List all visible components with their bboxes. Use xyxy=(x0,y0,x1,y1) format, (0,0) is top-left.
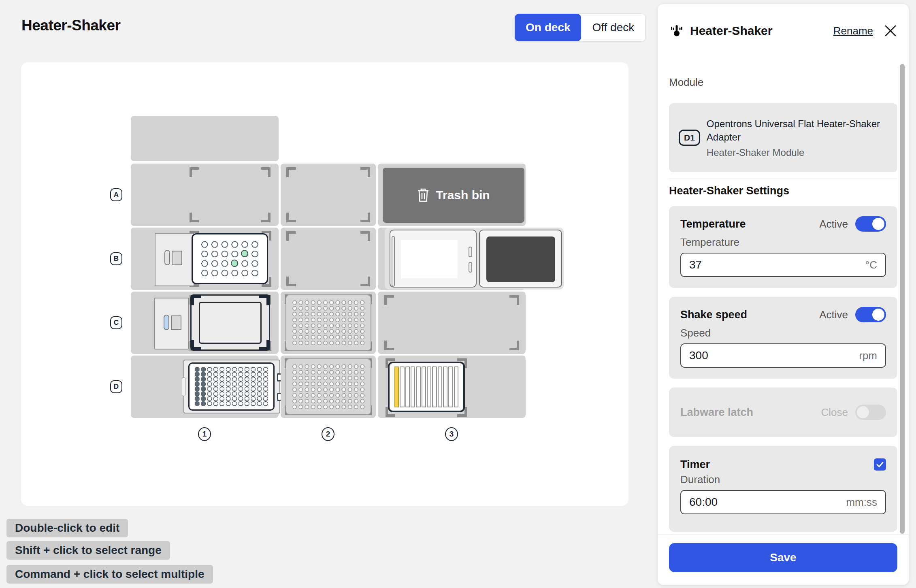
labware-24-well-plate-B1[interactable] xyxy=(192,233,268,284)
column-label-3: 3 xyxy=(445,427,458,441)
trash-icon xyxy=(417,188,429,202)
labware-96-well-plate-C2[interactable] xyxy=(285,294,371,351)
module-section-label: Module xyxy=(669,76,897,89)
hint-double-click: Double-click to edit xyxy=(6,519,128,537)
check-icon xyxy=(876,460,884,469)
module-card: D1 Opentrons Universal Flat Heater-Shake… xyxy=(669,103,897,172)
reader-lid-plate xyxy=(486,236,555,282)
module-port xyxy=(172,251,182,265)
slot-C3-brackets xyxy=(384,295,519,350)
temperature-field-label: Temperature xyxy=(680,236,886,249)
column-label-2: 2 xyxy=(322,427,334,441)
panel-title: Heater-Shaker xyxy=(690,24,772,38)
panel-scrollbar[interactable] xyxy=(900,64,905,534)
module-type: Heater-Shaker Module xyxy=(707,147,881,158)
temperature-unit: °C xyxy=(865,259,877,271)
module-slot-badge: D1 xyxy=(679,130,700,146)
reader-base xyxy=(390,230,477,288)
row-label-D: D xyxy=(110,380,122,393)
timer-checkbox[interactable] xyxy=(874,458,886,471)
reader-window xyxy=(401,240,458,278)
slot-C3[interactable] xyxy=(378,292,526,354)
slot-D2[interactable] xyxy=(281,356,376,418)
labware-96-well-plate-D1[interactable] xyxy=(188,362,275,411)
slot-C2[interactable] xyxy=(281,292,376,354)
row-label-B: B xyxy=(110,252,122,265)
slot-A2-brackets xyxy=(286,167,370,222)
save-button[interactable]: Save xyxy=(669,543,897,572)
timer-setting-card: Timer Duration mm:ss xyxy=(669,446,897,532)
heater-shaker-panel: Heater-Shaker Rename Module D1 Opentrons… xyxy=(658,4,909,585)
divider xyxy=(669,179,897,179)
row-label-A: A xyxy=(110,188,122,201)
flat-adapter-C1[interactable] xyxy=(190,294,270,351)
rename-link[interactable]: Rename xyxy=(833,25,873,37)
off-deck-tab[interactable]: Off deck xyxy=(581,14,645,41)
panel-content: Module D1 Opentrons Universal Flat Heate… xyxy=(658,76,909,532)
timer-title: Timer xyxy=(680,458,710,471)
deck-extension-block xyxy=(131,116,279,161)
page-title: Heater-Shaker xyxy=(21,17,120,34)
slot-B3[interactable] xyxy=(378,228,526,290)
slot-B2-brackets xyxy=(286,231,370,286)
slot-C1[interactable] xyxy=(131,292,279,354)
heater-shaker-icon xyxy=(669,23,684,38)
deck-map: Trash bin xyxy=(21,62,628,506)
timer-input[interactable] xyxy=(689,496,846,509)
panel-footer: Save xyxy=(658,535,909,585)
timer-unit: mm:ss xyxy=(846,496,877,509)
hint-shift-click: Shift + click to select range xyxy=(6,541,170,560)
hint-command-click: Command + click to select multiple xyxy=(6,565,213,584)
temperature-setting-card: Temperature Active Temperature °C xyxy=(669,206,897,288)
shake-speed-input[interactable] xyxy=(689,349,859,362)
temperature-title: Temperature xyxy=(680,218,746,230)
slot-D1[interactable] xyxy=(131,356,279,418)
labware-latch-status-label: Close xyxy=(821,406,848,419)
labware-latch-toggle xyxy=(855,405,886,420)
panel-header: Heater-Shaker Rename xyxy=(658,4,909,52)
temperature-input[interactable] xyxy=(689,258,865,271)
module-indicator xyxy=(164,315,169,330)
shake-speed-toggle[interactable] xyxy=(855,307,886,322)
shake-speed-field-label: Speed xyxy=(680,327,886,339)
well-filled-green xyxy=(231,260,238,267)
column-label-1: 1 xyxy=(198,427,211,441)
temperature-input-wrap: °C xyxy=(680,253,886,277)
shake-speed-input-wrap: rpm xyxy=(680,343,886,368)
well-grid xyxy=(292,300,365,346)
labware-12-column-reservoir-D3[interactable] xyxy=(388,362,465,412)
slot-A3[interactable]: Trash bin xyxy=(378,164,526,226)
labware-96-well-plate-D2[interactable] xyxy=(285,358,371,415)
labware-latch-title: Labware latch xyxy=(680,406,753,419)
well-grid xyxy=(200,240,260,278)
slot-D3[interactable] xyxy=(378,356,526,418)
trash-bin[interactable]: Trash bin xyxy=(383,168,524,223)
slot-B2[interactable] xyxy=(281,228,376,290)
slot-B1[interactable] xyxy=(131,228,279,290)
reservoir-column-filled xyxy=(394,366,399,407)
slot-A1-brackets xyxy=(190,167,271,222)
wells-filled-columns xyxy=(194,367,207,406)
module-on-C1[interactable] xyxy=(154,298,189,349)
close-icon[interactable] xyxy=(884,24,897,38)
flat-adapter-surface xyxy=(199,302,262,344)
reader-hinge xyxy=(392,236,395,287)
module-on-B1[interactable] xyxy=(155,233,194,286)
temperature-status-label: Active xyxy=(819,218,848,230)
temperature-toggle[interactable] xyxy=(855,216,886,232)
adapter-rail xyxy=(182,377,185,396)
module-indicator xyxy=(164,250,170,265)
absorbance-reader-module-B3[interactable] xyxy=(385,228,564,290)
well-grid xyxy=(292,364,365,410)
well-filled-green xyxy=(241,250,248,257)
shake-speed-status-label: Active xyxy=(819,309,848,321)
on-deck-tab[interactable]: On deck xyxy=(515,14,581,41)
reader-lid xyxy=(479,230,562,288)
timer-input-wrap: mm:ss xyxy=(680,490,886,514)
settings-heading: Heater-Shaker Settings xyxy=(669,185,897,197)
slot-A1[interactable] xyxy=(131,164,279,226)
shake-speed-unit: rpm xyxy=(859,349,877,362)
slot-A2[interactable] xyxy=(281,164,376,226)
trash-bin-label: Trash bin xyxy=(436,188,490,202)
reader-vent xyxy=(469,247,472,257)
